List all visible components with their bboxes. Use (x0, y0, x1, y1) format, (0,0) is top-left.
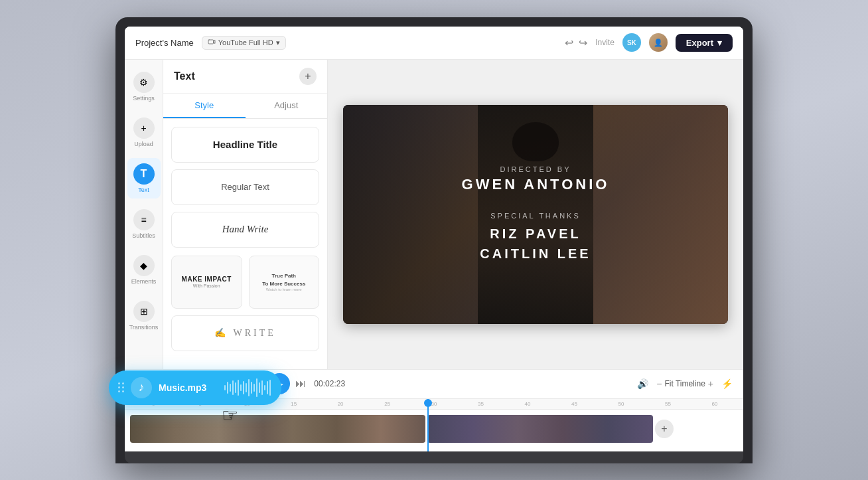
format-label: YouTube Full HD (218, 39, 273, 46)
volume-button[interactable]: 🔊 (637, 378, 648, 389)
tab-adjust[interactable]: Adjust (246, 94, 328, 118)
music-note-icon: ♪ (131, 377, 152, 398)
settings-icon: ⚙ (133, 72, 155, 93)
video-text-overlay: DIRECTED BY GWEN ANTONIO SPECIAL THANKS … (343, 105, 728, 324)
true-path-title: True Path To More Success (262, 272, 305, 287)
text-label: Text (138, 187, 149, 193)
video-preview: DIRECTED BY GWEN ANTONIO SPECIAL THANKS … (343, 105, 728, 324)
sidebar-item-transitions[interactable]: ⊞ Transitions (127, 295, 161, 336)
settings-label: Settings (133, 95, 155, 102)
timeline-clip-main[interactable] (130, 415, 425, 443)
music-pill[interactable]: ♪ Music.mp3 (109, 370, 281, 405)
cursor-hand-icon: ☞ (222, 404, 238, 426)
undo-redo-group: ↩ ↪ (565, 37, 587, 49)
transitions-icon: ⊞ (133, 301, 155, 322)
transitions-label: Transitions (129, 324, 159, 331)
fit-timeline-label: Fit Timeline (664, 379, 705, 388)
regular-text-label: Regular Text (221, 182, 269, 192)
headline-title-label: Headline Title (213, 139, 277, 150)
text-panel-tabs: Style Adjust (163, 94, 327, 119)
sidebar-item-elements[interactable]: ◆ Elements (127, 250, 161, 290)
zoom-out-button[interactable]: − (656, 378, 662, 389)
director-name: GWEN ANTONIO (462, 176, 610, 193)
subtitles-label: Subtitles (132, 232, 155, 239)
redo-button[interactable]: ↪ (579, 37, 587, 49)
add-text-button[interactable]: + (299, 68, 317, 85)
export-chevron-icon: ▾ (717, 38, 722, 48)
format-chevron-icon: ▾ (276, 39, 280, 47)
export-label: Export (686, 38, 713, 48)
drag-handle (118, 382, 124, 392)
zoom-controls: − Fit Timeline + (656, 378, 713, 389)
zoom-in-button[interactable]: + (708, 378, 713, 389)
ruler-25: 25 (364, 401, 410, 407)
elements-label: Elements (131, 278, 157, 285)
adjustments-button[interactable]: ⚡ (721, 378, 733, 389)
true-path-template[interactable]: True Path To More Success Watch to learn… (249, 256, 320, 309)
ruler-20: 20 (317, 401, 364, 407)
music-waveform (224, 378, 271, 398)
write-card[interactable]: ✍ WRITE (171, 315, 319, 351)
write-card-label: ✍ WRITE (214, 327, 276, 339)
video-icon (208, 39, 216, 46)
icon-sidebar: ⚙ Settings + Upload T Text ≡ Subtitles (125, 60, 163, 369)
ruler-45: 45 (551, 401, 597, 407)
make-impact-title: MAKE IMPACT (182, 276, 232, 283)
avatar-user: 👤 (649, 33, 668, 52)
laptop-shell: Project's Name YouTube Full HD ▾ ↩ ↪ Inv… (115, 17, 753, 463)
sidebar-item-settings[interactable]: ⚙ Settings (127, 66, 161, 107)
ruler-15: 15 (270, 401, 317, 407)
invite-label: Invite (595, 38, 615, 47)
special-thanks-label: SPECIAL THANKS (480, 212, 591, 220)
timeline-clip-b[interactable] (427, 415, 653, 443)
project-name: Project's Name (135, 38, 194, 48)
ruler-60: 60 (691, 401, 738, 407)
time-display: 00:02:23 (311, 379, 348, 388)
handwrite-label: Hand Write (222, 224, 269, 235)
upload-icon: + (133, 118, 155, 139)
svg-rect-0 (208, 40, 214, 44)
directed-by-label: DIRECTED BY (462, 165, 610, 173)
ruler-55: 55 (644, 401, 691, 407)
undo-button[interactable]: ↩ (565, 37, 573, 49)
thanks-names: RIZ PAVEL CAITLIN LEE (480, 224, 591, 264)
text-panel: Text + Style Adjust Headline Title Regul… (163, 60, 328, 369)
timeline-area: 0 5 10 15 20 25 30 35 40 45 50 55 60 (125, 398, 743, 451)
music-filename: Music.mp3 (159, 382, 218, 393)
handwrite-card[interactable]: Hand Write (171, 212, 319, 248)
timeline-tracks: + (125, 410, 743, 449)
ruler-35: 35 (457, 401, 504, 407)
laptop-base (125, 451, 743, 463)
skip-forward-button[interactable]: ⏭ (295, 378, 306, 390)
true-path-sub: Watch to learn more (266, 287, 302, 291)
export-button[interactable]: Export ▾ (676, 34, 733, 52)
special-thanks-block: SPECIAL THANKS RIZ PAVEL CAITLIN LEE (480, 212, 591, 264)
tab-style[interactable]: Style (163, 94, 246, 118)
avatar-sk: SK (622, 33, 641, 52)
format-badge[interactable]: YouTube Full HD ▾ (202, 36, 286, 50)
text-panel-title: Text (174, 70, 195, 82)
ruler-40: 40 (504, 401, 551, 407)
make-impact-template[interactable]: MAKE IMPACT With Passion (171, 256, 242, 309)
add-clip-button[interactable]: + (655, 420, 674, 438)
subtitles-icon: ≡ (133, 209, 155, 230)
elements-icon: ◆ (133, 255, 155, 276)
sidebar-item-subtitles[interactable]: ≡ Subtitles (127, 204, 161, 244)
ruler-50: 50 (598, 401, 644, 407)
upload-label: Upload (134, 141, 153, 147)
make-impact-sub: With Passion (193, 283, 220, 288)
ruler-30: 30 (411, 401, 457, 407)
sidebar-item-text[interactable]: T Text (127, 158, 161, 199)
text-icon: T (133, 163, 155, 185)
text-style-list: Headline Title Regular Text Hand Write (163, 119, 327, 256)
app-topbar: Project's Name YouTube Full HD ▾ ↩ ↪ Inv… (125, 27, 743, 60)
preview-area: DIRECTED BY GWEN ANTONIO SPECIAL THANKS … (328, 60, 743, 369)
template-cards-row: MAKE IMPACT With Passion True Path To Mo… (163, 256, 327, 309)
text-panel-header: Text + (163, 60, 327, 94)
playhead (427, 399, 429, 451)
sidebar-item-upload[interactable]: + Upload (127, 112, 161, 153)
app-content: ⚙ Settings + Upload T Text ≡ Subtitles (125, 60, 743, 369)
directed-by-block: DIRECTED BY GWEN ANTONIO (462, 165, 610, 193)
headline-title-card[interactable]: Headline Title (171, 127, 319, 163)
regular-text-card[interactable]: Regular Text (171, 169, 319, 205)
